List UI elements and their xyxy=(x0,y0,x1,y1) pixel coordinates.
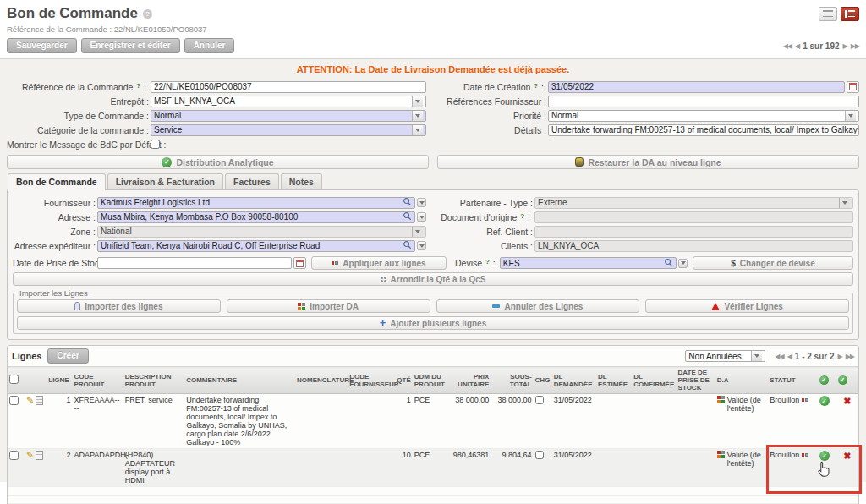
partenaire-type-select: Externe xyxy=(534,197,853,209)
stock-date-input[interactable] xyxy=(97,257,292,269)
col-dl-confirmee[interactable]: DL CONFIRMÉE xyxy=(632,367,676,394)
save-button[interactable]: Sauvegarder xyxy=(7,38,77,53)
verifier-lignes-button[interactable]: Vérifier Lignes xyxy=(645,299,849,313)
delete-line-icon[interactable]: ✖ xyxy=(843,396,851,406)
devise-input[interactable]: KES xyxy=(500,257,677,269)
chevron-down-icon[interactable] xyxy=(417,241,426,250)
calendar-icon[interactable] xyxy=(847,81,859,93)
ajouter-lignes-button[interactable]: + Ajouter plusieurs lignes xyxy=(17,316,849,330)
col-date-prise-stock[interactable]: DATE DE PRISE DE STOCK xyxy=(677,367,715,394)
cancel-button[interactable]: Annuler xyxy=(184,38,235,53)
search-icon[interactable] xyxy=(403,211,412,222)
chevron-down-icon[interactable] xyxy=(751,351,762,361)
pager-first-icon[interactable]: ◀◀ xyxy=(783,42,792,50)
col-dl-estimee[interactable]: DL ESTIMÉE xyxy=(596,367,632,394)
note-icon[interactable] xyxy=(36,451,43,460)
edit-pencil-icon[interactable]: ✎ xyxy=(26,451,34,459)
date-creation-input[interactable]: 31/05/2022 xyxy=(548,81,845,93)
pager-text: 1 sur 192 xyxy=(803,41,839,51)
adresse-input[interactable]: Musa Mbira, Kenya Mombasa P.O Box 90058-… xyxy=(97,211,415,223)
adresse-expediteur-input[interactable]: Unifield Team, Kenya Nairobi Road C, Off… xyxy=(97,240,415,252)
cell-udm: PCE xyxy=(413,449,443,487)
details-input[interactable]: Undertake forwarding FM:00257-13 of medi… xyxy=(548,124,859,136)
import-lines-fieldset: Importer les Lignes Importer des lignes … xyxy=(13,288,853,334)
tab-notes[interactable]: Notes xyxy=(281,173,322,189)
annuler-lignes-button[interactable]: Annuler des Lignes xyxy=(436,299,640,313)
chevron-down-icon[interactable] xyxy=(412,125,423,135)
cell-sous-total: 38 000,00 xyxy=(491,394,533,449)
search-icon[interactable] xyxy=(664,258,673,269)
table-row[interactable]: ✎ 1 XFREAAAA---- FRET, service Undertake… xyxy=(8,394,858,449)
save-edit-button[interactable]: Enregistrer et éditer xyxy=(81,38,180,53)
changer-devise-button[interactable]: $ Changer de devise xyxy=(693,256,853,270)
chg-checkbox[interactable] xyxy=(535,396,544,404)
search-icon[interactable] xyxy=(403,240,412,251)
row-checkbox[interactable] xyxy=(9,396,19,405)
pager-next-icon[interactable]: ▶ xyxy=(843,42,847,50)
pager-next-icon[interactable]: ▶ xyxy=(838,353,842,360)
pager-last-icon[interactable]: ▶▶ xyxy=(851,42,859,50)
type-commande-select[interactable]: Normal xyxy=(151,110,426,122)
categorie-select[interactable]: Service xyxy=(151,124,426,136)
pager-last-icon[interactable]: ▶▶ xyxy=(846,353,854,360)
fournisseur-input[interactable]: Kadmus Freight Logistics Ltd xyxy=(97,197,415,209)
form-view-button[interactable] xyxy=(841,7,859,21)
tab-factures[interactable]: Factures xyxy=(225,173,279,189)
col-prix-unitaire[interactable]: PRIX UNITAIRE xyxy=(443,367,491,394)
zone-label: Zone : xyxy=(13,227,97,237)
col-udm[interactable]: UDM DU PRODUIT xyxy=(413,367,443,394)
tab-livraison-facturation[interactable]: Livraison & Facturation xyxy=(107,173,223,189)
tab-bon-de-commande[interactable]: Bon de Commande xyxy=(8,173,106,190)
pager-first-icon[interactable]: ◀◀ xyxy=(775,353,783,360)
importer-da-button[interactable]: Importer DA xyxy=(227,299,430,313)
help-icon[interactable]: ? xyxy=(143,9,152,19)
priorite-select[interactable]: Normal xyxy=(548,110,859,122)
chevron-down-icon[interactable] xyxy=(845,111,856,121)
col-code-produit[interactable]: CODE PRODUIT xyxy=(72,367,123,394)
col-sous-total[interactable]: SOUS-TOTAL xyxy=(491,367,533,394)
col-code-fournisseur[interactable]: CODE FOURNISSEUR xyxy=(348,367,392,394)
appliquer-lignes-button[interactable]: Appliquer aux lignes xyxy=(311,256,447,270)
restaurer-da-button[interactable]: Restaurer la DA au niveau ligne xyxy=(437,155,859,169)
chevron-down-icon[interactable] xyxy=(417,212,426,222)
col-dl-demandee[interactable]: DL DEMANDÉE xyxy=(552,367,596,394)
edit-pencil-icon[interactable]: ✎ xyxy=(26,396,34,404)
col-statut[interactable]: STATUT xyxy=(768,367,817,394)
search-icon[interactable] xyxy=(403,197,412,208)
col-commentaire[interactable]: COMMENTAIRE xyxy=(184,367,295,394)
cell-commentaire xyxy=(184,449,295,487)
col-ligne[interactable]: LIGNE xyxy=(47,367,72,394)
chevron-down-icon[interactable] xyxy=(412,96,423,107)
table-row[interactable]: ✎ 2 ADAPADAPDH- (HP840) ADAPTATEUR displ… xyxy=(8,449,858,487)
confirm-line-icon[interactable]: ✓ xyxy=(819,396,830,406)
chg-checkbox[interactable] xyxy=(535,451,544,459)
pager-prev-icon[interactable]: ◀ xyxy=(795,42,799,50)
entrepot-select[interactable]: MSF LN_KNYA_OCA xyxy=(151,96,426,107)
pager-prev-icon[interactable]: ◀ xyxy=(787,353,792,360)
list-view-button[interactable] xyxy=(819,7,837,21)
col-chg[interactable]: CHG xyxy=(534,367,552,394)
importer-lignes-button[interactable]: Importer des lignes xyxy=(17,299,221,313)
subtitle-label: Référence de la Commande : xyxy=(7,25,112,34)
distribution-analytique-button[interactable]: ✓ Distribution Analytique xyxy=(7,155,429,169)
ref-fournisseur-input[interactable] xyxy=(548,96,859,107)
row-checkbox[interactable] xyxy=(9,451,19,460)
chevron-down-icon[interactable] xyxy=(417,198,426,207)
message-bdc-checkbox[interactable] xyxy=(151,140,160,149)
select-all-checkbox[interactable] xyxy=(9,375,19,384)
arrondir-button[interactable]: Arrondir la Qté à la QcS xyxy=(13,272,853,286)
create-line-button[interactable]: Créer xyxy=(47,348,88,364)
col-description[interactable]: DESCRIPTION PRODUIT xyxy=(123,367,184,394)
lines-filter-select[interactable]: Non Annulées xyxy=(685,350,765,362)
note-icon[interactable] xyxy=(36,396,43,405)
calendar-icon[interactable] xyxy=(293,257,306,269)
lines-table: LIGNE CODE PRODUIT DESCRIPTION PRODUIT C… xyxy=(8,366,858,504)
chevron-down-icon[interactable] xyxy=(678,259,688,268)
chevron-down-icon[interactable] xyxy=(412,111,423,121)
minus-icon xyxy=(492,304,500,308)
col-da[interactable]: D.A xyxy=(715,367,768,394)
ref-input[interactable]: 22/NL/KE01050/PO08037 xyxy=(151,81,426,93)
cell-commentaire: Undertake forwarding FM:00257-13 of medi… xyxy=(184,394,295,449)
col-nomenclature[interactable]: NOMENCLATURE xyxy=(295,367,348,394)
details-label: Détails : xyxy=(440,125,548,135)
